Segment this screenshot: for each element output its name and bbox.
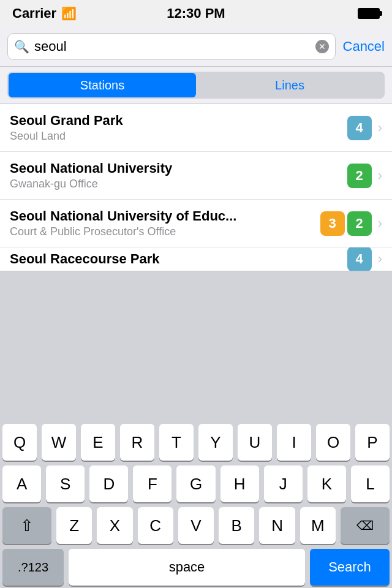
keyboard: Q W E R T Y U I O P A S D F G H J K L ⇧ …: [0, 419, 392, 588]
key-q[interactable]: Q: [2, 424, 37, 461]
key-m[interactable]: M: [300, 507, 336, 544]
status-bar: Carrier 📶 12:30 PM: [0, 0, 392, 27]
key-z[interactable]: Z: [56, 507, 92, 544]
clear-button[interactable]: ✕: [315, 40, 329, 53]
key-b[interactable]: B: [219, 507, 254, 544]
result-name: Seoul Grand Park: [10, 113, 347, 129]
battery-icon: [358, 8, 380, 19]
chevron-icon: ›: [378, 168, 382, 184]
key-u[interactable]: U: [238, 424, 272, 461]
line-badge-3: 3: [320, 211, 345, 236]
cancel-button[interactable]: Cancel: [343, 39, 385, 55]
result-badges: 3 2: [320, 211, 372, 236]
table-row[interactable]: Seoul National University of Educ... Cou…: [0, 200, 392, 247]
key-j[interactable]: J: [264, 466, 303, 502]
result-name: Seoul National University: [10, 160, 347, 176]
result-badges: 2: [347, 164, 372, 188]
result-badges: 4: [347, 116, 372, 140]
search-bar: 🔍 ✕ Cancel: [0, 27, 392, 67]
key-y[interactable]: Y: [198, 424, 233, 461]
result-sub: Court & Public Prosecutor's Office: [10, 225, 320, 238]
wifi-icon: 📶: [61, 6, 77, 21]
keyboard-row-3: ⇧ Z X C V B N M ⌫: [2, 507, 390, 544]
keyboard-row-1: Q W E R T Y U I O P: [2, 424, 390, 461]
numbers-key[interactable]: .?123: [2, 549, 64, 586]
line-badge-4: 4: [347, 247, 372, 271]
key-f[interactable]: F: [133, 466, 172, 502]
search-input[interactable]: [34, 39, 311, 55]
table-row[interactable]: Seoul Racecourse Park 4 ›: [0, 247, 392, 271]
chevron-icon: ›: [378, 251, 382, 267]
key-s[interactable]: S: [46, 466, 85, 502]
chevron-icon: ›: [378, 216, 382, 232]
key-v[interactable]: V: [178, 507, 214, 544]
table-row[interactable]: Seoul National University Gwanak-gu Offi…: [0, 152, 392, 200]
key-e[interactable]: E: [81, 424, 115, 461]
segment-lines[interactable]: Lines: [196, 73, 383, 97]
segment-stations[interactable]: Stations: [9, 73, 196, 97]
key-k[interactable]: K: [307, 466, 346, 502]
key-n[interactable]: N: [259, 507, 295, 544]
results-list: Seoul Grand Park Seoul Land 4 › Seoul Na…: [0, 104, 392, 271]
carrier-label: Carrier: [12, 6, 56, 21]
key-o[interactable]: O: [316, 424, 350, 461]
chevron-icon: ›: [378, 120, 382, 136]
line-badge-2: 2: [347, 211, 372, 236]
keyboard-row-2: A S D F G H J K L: [2, 466, 390, 502]
keyboard-row-4: .?123 space Search: [2, 549, 390, 586]
delete-key[interactable]: ⌫: [341, 507, 390, 544]
search-input-wrapper: 🔍 ✕: [7, 33, 336, 60]
key-g[interactable]: G: [176, 466, 215, 502]
table-row[interactable]: Seoul Grand Park Seoul Land 4 ›: [0, 104, 392, 152]
key-x[interactable]: X: [97, 507, 132, 544]
time-label: 12:30 PM: [167, 6, 225, 21]
key-h[interactable]: H: [221, 466, 259, 502]
search-icon: 🔍: [14, 39, 29, 54]
result-name: Seoul Racecourse Park: [10, 251, 347, 267]
key-d[interactable]: D: [89, 466, 128, 502]
key-w[interactable]: W: [42, 424, 76, 461]
key-i[interactable]: I: [277, 424, 311, 461]
result-sub: Seoul Land: [10, 130, 347, 143]
key-p[interactable]: P: [355, 424, 390, 461]
key-a[interactable]: A: [2, 466, 41, 502]
key-t[interactable]: T: [159, 424, 194, 461]
shift-key[interactable]: ⇧: [2, 507, 51, 544]
line-badge-4: 4: [347, 116, 372, 140]
result-badges: 4: [347, 247, 372, 271]
space-key[interactable]: space: [69, 549, 305, 586]
key-l[interactable]: L: [351, 466, 390, 502]
key-r[interactable]: R: [120, 424, 154, 461]
segment-wrapper: Stations Lines: [7, 72, 385, 99]
line-badge-2: 2: [347, 164, 372, 188]
result-sub: Gwanak-gu Office: [10, 178, 347, 190]
key-c[interactable]: C: [138, 507, 173, 544]
search-key[interactable]: Search: [310, 549, 390, 586]
result-name: Seoul National University of Educ...: [10, 208, 320, 224]
segment-control: Stations Lines: [0, 67, 392, 104]
